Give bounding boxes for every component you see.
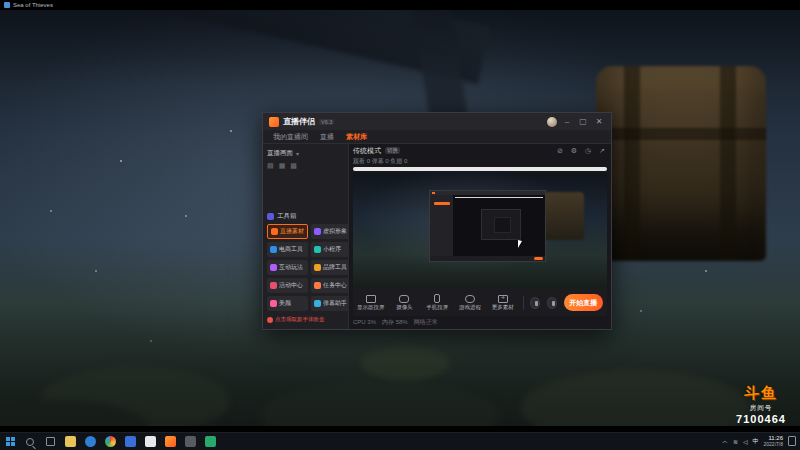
taskbar-clock[interactable]: 11:26 2022/7/8 — [764, 435, 783, 448]
taskbar-search[interactable] — [20, 433, 40, 450]
room-number: 7100464 — [730, 413, 792, 425]
douyu-logo: 斗鱼 — [730, 384, 792, 403]
app-icon — [185, 436, 196, 447]
task-view-icon — [46, 437, 55, 446]
tab-my-room[interactable]: 我的直播间 — [273, 132, 308, 142]
language-indicator[interactable]: 中 — [753, 437, 759, 446]
toolbox-icon — [267, 213, 274, 220]
view-toggle-row: ▤ ▦ ▩ — [267, 160, 344, 171]
notification-center-icon[interactable] — [788, 436, 796, 446]
network-icon[interactable]: ≋ — [733, 438, 738, 445]
taskbar-edge[interactable] — [80, 433, 100, 450]
recursive-preview-2 — [481, 209, 521, 241]
minimize-button[interactable] — [561, 116, 573, 128]
danmaku-icon — [314, 300, 321, 307]
bell-icon[interactable]: ◷ — [583, 147, 593, 155]
app-logo-icon — [269, 117, 279, 127]
recursive-toolbar — [430, 256, 545, 261]
left-panel: 直播画面 ▾ ▤ ▦ ▩ 工具箱 直播素材 虚拟形象 电商工具 小程序 — [263, 144, 349, 329]
start-streaming-button[interactable]: 开始直播 — [564, 294, 603, 311]
tab-live[interactable]: 直播 — [320, 132, 334, 142]
user-avatar[interactable] — [547, 117, 557, 127]
volume-icon[interactable]: ◁ — [743, 438, 748, 445]
source-toolbar: 显示器投屏 摄像头 手机投屏 游戏进程 更多素材 开始直播 — [353, 289, 607, 316]
list-view-icon[interactable]: ▤ — [267, 162, 274, 170]
interactive-icon — [270, 264, 277, 271]
recursive-main — [453, 195, 545, 256]
scene-selector[interactable]: 直播画面 ▾ — [267, 147, 344, 160]
tool-beauty[interactable]: 美颜 — [267, 296, 308, 311]
taskbar-douyu-companion[interactable] — [160, 433, 180, 450]
streaming-companion-window: 直播伴侣 V6.3 我的直播间 直播 素材库 直播画面 ▾ ▤ ▦ — [262, 112, 612, 330]
toolbox-grid: 直播素材 虚拟形象 电商工具 小程序 互动玩法 品牌工具 活动中心 任务中心 美… — [267, 224, 344, 311]
newbie-promo[interactable]: 点击领取新手体验金 — [267, 313, 344, 326]
scene-label: 直播画面 — [267, 149, 293, 158]
app-title: 直播伴侣 — [283, 116, 315, 127]
source-camera[interactable]: 摄像头 — [392, 295, 418, 311]
main-area: 传统模式 切换 ⊘ ⚙ ◷ ↗ 观看 0 弹幕 0 鱼翅 0 — [349, 144, 611, 329]
promo-gift-icon — [267, 317, 273, 323]
miniapp-icon — [314, 246, 321, 253]
maximize-button[interactable] — [577, 116, 589, 128]
taskbar-app-light[interactable] — [140, 433, 160, 450]
live-stats-row: 观看 0 弹幕 0 鱼翅 0 — [353, 157, 607, 166]
app-icon — [145, 436, 156, 447]
more-view-icon[interactable]: ▩ — [290, 162, 297, 170]
status-bar: CPU 3% 内存 58% 网络正常 — [353, 316, 607, 329]
grid-view-icon[interactable]: ▦ — [279, 162, 286, 170]
mouse-cursor — [518, 240, 522, 248]
share-icon[interactable]: ↗ — [597, 147, 607, 155]
preview-canvas[interactable] — [353, 173, 607, 289]
taskbar-app-blue[interactable] — [120, 433, 140, 450]
microphone-icon[interactable] — [530, 297, 540, 309]
tool-live-materials[interactable]: 直播素材 — [267, 224, 308, 239]
main-tabs: 我的直播间 直播 素材库 — [263, 130, 611, 144]
taskbar-chrome[interactable] — [100, 433, 120, 450]
tab-materials[interactable]: 素材库 — [346, 132, 367, 142]
source-more[interactable]: 更多素材 — [490, 295, 516, 311]
game-window-title-text: Sea of Thieves — [13, 2, 53, 8]
source-phone-cast[interactable]: 手机投屏 — [424, 294, 450, 311]
tool-brand[interactable]: 品牌工具 — [311, 260, 350, 275]
toolbar-divider — [523, 296, 524, 310]
tool-virtual-avatar[interactable]: 虚拟形象 — [311, 224, 350, 239]
layout-label: 传统模式 — [353, 146, 381, 156]
close-button[interactable] — [593, 116, 605, 128]
task-icon — [314, 282, 321, 289]
source-game-process[interactable]: 游戏进程 — [457, 295, 483, 311]
gear-icon[interactable]: ⚙ — [569, 147, 579, 155]
brand-icon — [314, 264, 321, 271]
tool-danmaku-helper[interactable]: 弹幕助手 — [311, 296, 350, 311]
edge-icon — [85, 436, 96, 447]
source-display-capture[interactable]: 显示器投屏 — [357, 295, 385, 311]
chevron-up-icon[interactable]: ︿ — [722, 437, 728, 446]
tool-task-center[interactable]: 任务中心 — [311, 278, 350, 293]
gamepad-icon — [465, 295, 475, 303]
ecommerce-icon — [270, 246, 277, 253]
douyu-watermark: 斗鱼 房间号 7100464 — [730, 384, 792, 425]
tool-miniapp[interactable]: 小程序 — [311, 242, 350, 257]
douyu-companion-icon — [165, 436, 176, 447]
toolbox-title: 工具箱 — [277, 212, 297, 221]
notice-banner — [353, 167, 607, 171]
tool-activity-center[interactable]: 活动中心 — [267, 278, 308, 293]
task-view-button[interactable] — [40, 433, 60, 450]
activity-icon — [270, 282, 277, 289]
plus-icon — [498, 295, 508, 303]
room-number-label: 房间号 — [730, 404, 792, 413]
taskbar-app-gray[interactable] — [180, 433, 200, 450]
app-icon — [125, 436, 136, 447]
layout-switch-badge[interactable]: 切换 — [385, 147, 400, 154]
game-window-title: Sea of Thieves — [4, 2, 53, 8]
tool-ecommerce[interactable]: 电商工具 — [267, 242, 308, 257]
speaker-icon[interactable] — [547, 297, 557, 309]
desktop: Sea of Thieves 斗鱼 房间号 7100464 直播伴侣 V6.3 — [0, 0, 800, 450]
taskbar-app-green[interactable] — [200, 433, 220, 450]
recursive-banner — [455, 197, 543, 198]
taskbar-file-explorer[interactable] — [60, 433, 80, 450]
start-button[interactable] — [0, 433, 20, 450]
recursive-app-window — [429, 190, 546, 262]
tool-interactive[interactable]: 互动玩法 — [267, 260, 308, 275]
clear-icon[interactable]: ⊘ — [555, 147, 565, 155]
game-window-icon — [4, 2, 10, 8]
